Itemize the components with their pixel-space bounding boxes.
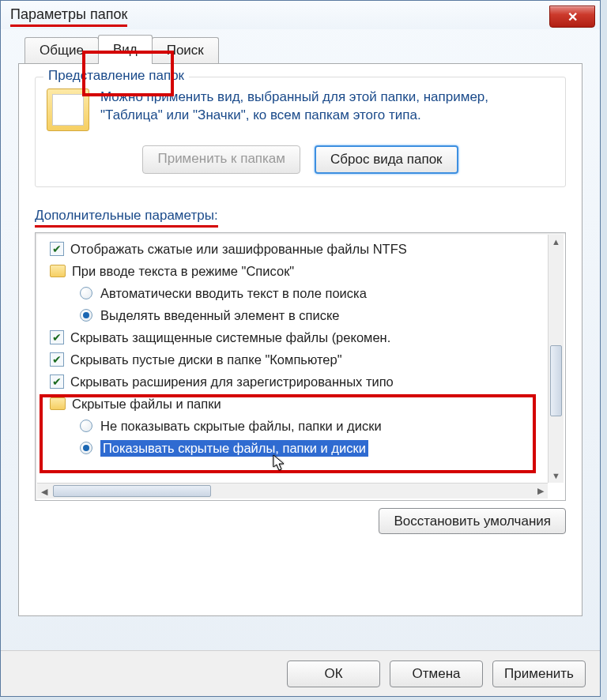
close-button[interactable]: ✕ bbox=[549, 6, 595, 28]
radio-icon[interactable] bbox=[80, 287, 92, 299]
option-list-mode-folder[interactable]: При вводе текста в режиме "Список" bbox=[42, 260, 546, 282]
tab-search[interactable]: Поиск bbox=[152, 37, 219, 64]
option-hide-protected[interactable]: ✔ Скрывать защищенные системные файлы (р… bbox=[42, 326, 546, 348]
folder-options-window: Параметры папок ✕ Общие Вид Поиск Предст… bbox=[0, 0, 601, 697]
scroll-left-icon[interactable]: ◀ bbox=[37, 484, 51, 499]
client-area: Общие Вид Поиск Представление папок Можн… bbox=[1, 29, 600, 626]
dialog-button-bar: ОК Отмена Применить bbox=[1, 650, 600, 696]
option-highlight-typed[interactable]: Выделять введенный элемент в списке bbox=[42, 304, 546, 326]
option-show-hidden[interactable]: Показывать скрытые файлы, папки и диски bbox=[42, 437, 546, 459]
radio-icon[interactable] bbox=[80, 309, 92, 322]
option-hide-extensions[interactable]: ✔ Скрывать расширения для зарегистрирова… bbox=[42, 371, 546, 393]
advanced-settings-label: Дополнительные параметры: bbox=[35, 208, 218, 228]
checkbox-icon[interactable]: ✔ bbox=[50, 242, 64, 256]
window-title: Параметры папок bbox=[10, 6, 127, 27]
checkbox-icon[interactable]: ✔ bbox=[50, 330, 64, 344]
scroll-right-icon[interactable]: ▶ bbox=[533, 484, 548, 498]
titlebar[interactable]: Параметры папок ✕ bbox=[1, 1, 600, 29]
restore-defaults-button[interactable]: Восстановить умолчания bbox=[379, 508, 566, 534]
option-hide-empty-drives[interactable]: ✔ Скрывать пустые диски в папке "Компьют… bbox=[42, 348, 546, 371]
checkbox-icon[interactable]: ✔ bbox=[50, 352, 64, 367]
folder-views-label: Представление папок bbox=[43, 68, 189, 84]
tab-general[interactable]: Общие bbox=[25, 37, 99, 64]
checkbox-icon[interactable]: ✔ bbox=[50, 374, 64, 389]
folder-icon bbox=[47, 88, 89, 131]
reset-folders-button[interactable]: Сброс вида папок bbox=[315, 145, 458, 174]
option-dont-show-hidden[interactable]: Не показывать скрытые файлы, папки и дис… bbox=[42, 415, 546, 437]
folder-small-icon bbox=[50, 397, 66, 410]
radio-icon[interactable] bbox=[80, 420, 92, 432]
option-hidden-files-folder[interactable]: Скрытые файлы и папки bbox=[42, 393, 546, 415]
scroll-thumb[interactable] bbox=[550, 345, 562, 416]
tab-strip: Общие Вид Поиск bbox=[25, 37, 582, 64]
option-show-ntfs[interactable]: ✔ Отображать сжатые или зашифрованные фа… bbox=[42, 238, 546, 260]
ok-button[interactable]: ОК bbox=[287, 660, 380, 687]
folder-small-icon bbox=[50, 265, 66, 277]
scroll-thumb-h[interactable] bbox=[53, 485, 211, 497]
tab-panel-view: Представление папок Можно применить вид,… bbox=[18, 63, 582, 616]
scroll-up-icon[interactable]: ▲ bbox=[549, 235, 564, 249]
apply-to-folders-button[interactable]: Применить к папкам bbox=[142, 145, 300, 174]
horizontal-scrollbar[interactable]: ◀ ▶ bbox=[37, 483, 548, 499]
cancel-button[interactable]: Отмена bbox=[390, 660, 483, 687]
tab-view[interactable]: Вид bbox=[98, 35, 153, 64]
advanced-settings-tree[interactable]: ✔ Отображать сжатые или зашифрованные фа… bbox=[35, 232, 566, 501]
folder-views-description: Можно применить вид, выбранный для этой … bbox=[100, 88, 554, 131]
apply-button[interactable]: Применить bbox=[492, 660, 586, 687]
vertical-scrollbar[interactable]: ▲ ▼ bbox=[548, 235, 564, 483]
radio-icon[interactable] bbox=[80, 442, 92, 454]
folder-views-group: Представление папок Можно применить вид,… bbox=[35, 77, 566, 187]
option-auto-type-search[interactable]: Автоматически вводить текст в поле поиск… bbox=[42, 282, 546, 304]
close-icon: ✕ bbox=[567, 9, 578, 24]
scroll-down-icon[interactable]: ▼ bbox=[549, 469, 564, 483]
